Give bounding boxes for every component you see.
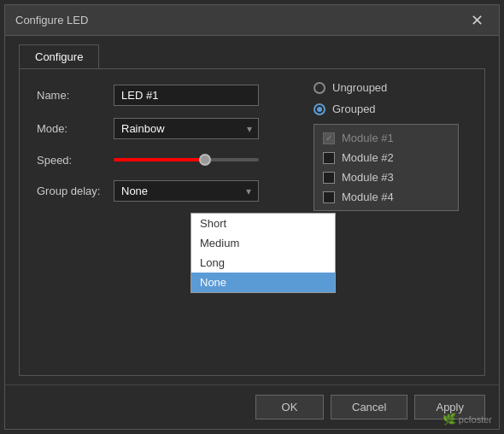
module-row-1: Module #1	[323, 132, 449, 144]
ungrouped-label: Ungrouped	[332, 81, 387, 94]
tab-configure[interactable]: Configure	[19, 44, 99, 68]
module-2-checkbox[interactable]	[323, 152, 335, 164]
mode-select-wrapper: Rainbow	[114, 118, 259, 139]
dropdown-item-short[interactable]: Short	[191, 214, 335, 233]
grouped-radio-row[interactable]: Grouped	[314, 103, 467, 115]
module-1-label: Module #1	[342, 132, 394, 144]
dialog-title: Configure LED	[15, 14, 88, 26]
module-4-label: Module #4	[342, 191, 394, 203]
speed-slider-track	[114, 158, 259, 161]
dropdown-menu: Short Medium Long None	[190, 213, 336, 293]
dropdown-item-long[interactable]: Long	[191, 253, 335, 273]
name-label: Name:	[37, 89, 114, 102]
watermark-leaf-icon: 🌿	[442, 413, 456, 425]
dropdown-item-none[interactable]: None	[191, 273, 335, 292]
dialog-body: Configure Name: Mode: Rainbow Speed:	[5, 36, 499, 384]
speed-slider-container	[114, 151, 259, 168]
module-2-label: Module #2	[342, 151, 394, 164]
configure-led-dialog: Configure LED ✕ Configure Name: Mode: Ra…	[4, 4, 500, 430]
group-delay-dropdown: None ▾ Short Medium Long	[114, 180, 259, 202]
dropdown-arrow-icon: ▾	[246, 185, 251, 197]
group-delay-label: Group delay:	[37, 185, 114, 197]
speed-slider-thumb[interactable]	[199, 154, 211, 166]
tab-bar: Configure	[19, 44, 485, 68]
dropdown-item-medium[interactable]: Medium	[191, 233, 335, 253]
grouped-radio-button[interactable]	[314, 103, 325, 115]
module-1-checkbox	[323, 132, 335, 144]
ungrouped-radio-button[interactable]	[314, 82, 325, 94]
mode-label: Mode:	[37, 122, 114, 135]
modules-box: Module #1 Module #2 Module #3 Module #4	[314, 124, 459, 211]
close-button[interactable]: ✕	[466, 11, 489, 30]
module-row-2[interactable]: Module #2	[323, 151, 449, 164]
title-bar: Configure LED ✕	[5, 5, 499, 36]
module-4-checkbox[interactable]	[323, 191, 335, 203]
module-3-checkbox[interactable]	[323, 172, 335, 184]
module-3-label: Module #3	[342, 171, 394, 184]
right-panel: Ungrouped Grouped Module #1 Module #2	[314, 81, 467, 211]
dropdown-selected-value: None	[121, 185, 148, 197]
module-row-4[interactable]: Module #4	[323, 191, 449, 203]
tab-content: Name: Mode: Rainbow Speed:	[19, 68, 485, 376]
dialog-footer: OK Cancel Apply 🌿 pcfoster	[5, 384, 499, 429]
ok-button[interactable]: OK	[255, 395, 324, 419]
speed-label: Speed:	[37, 154, 114, 167]
watermark-text: pcfoster	[459, 414, 492, 425]
cancel-button[interactable]: Cancel	[331, 395, 407, 419]
dropdown-trigger[interactable]: None ▾	[114, 180, 259, 202]
name-input[interactable]	[114, 85, 259, 106]
watermark: 🌿 pcfoster	[442, 413, 492, 425]
mode-select[interactable]: Rainbow	[114, 118, 259, 139]
grouped-label: Grouped	[332, 103, 376, 115]
ungrouped-radio-row[interactable]: Ungrouped	[314, 81, 467, 94]
module-row-3[interactable]: Module #3	[323, 171, 449, 184]
